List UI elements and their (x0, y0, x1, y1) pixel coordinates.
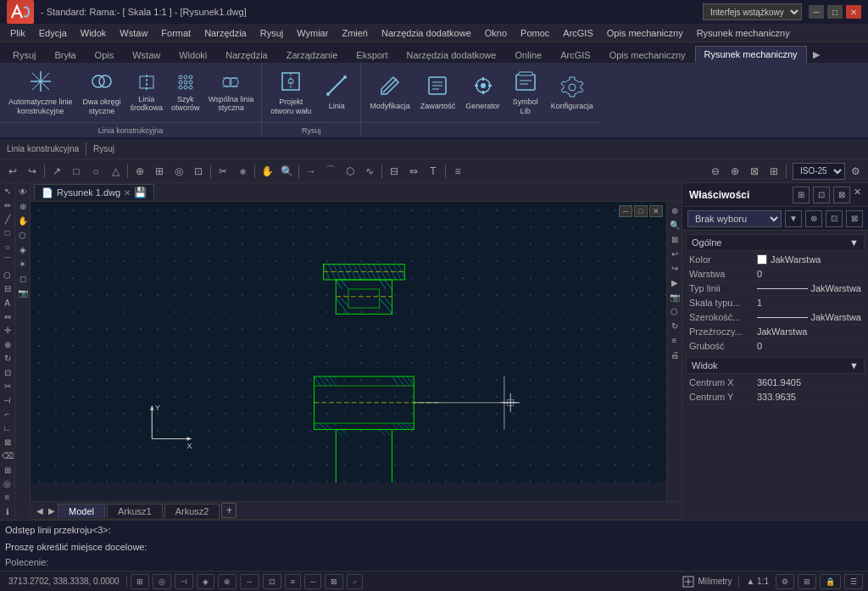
sb-btn-settings[interactable]: ⚙ (776, 574, 794, 589)
ribbon-btn-konfiguracja[interactable]: Konfiguracja (548, 71, 597, 114)
tab-arcgis[interactable]: ArcGIS (551, 47, 599, 63)
sb-btn-otrack[interactable]: ↔ (240, 574, 259, 589)
rt-layers3[interactable]: ≡ (668, 333, 682, 347)
ribbon-btn-linia-srod[interactable]: Liniaśrodkowa (128, 71, 166, 114)
menu-okno[interactable]: Okno (478, 26, 514, 40)
menu-format[interactable]: Format (154, 26, 198, 40)
iso-select[interactable]: ISO-25 (793, 163, 845, 180)
props-sel-btn-3[interactable]: ⊡ (826, 210, 843, 227)
btab-arkusz2[interactable]: Arkusz2 (164, 504, 220, 518)
menu-narzedzia-dodatkowe[interactable]: Narzędzia dodatkowe (375, 26, 478, 40)
lt2-mat[interactable]: ◻ (16, 271, 30, 285)
workspace-select[interactable]: Interfejs wstążkowy (703, 3, 802, 20)
menu-wymiar[interactable]: Wymiar (290, 26, 335, 40)
lt2-zoom[interactable]: ⊕ (16, 199, 30, 213)
menu-wstaw[interactable]: Wstaw (113, 26, 154, 40)
lt-fillet[interactable]: ⌐ (1, 408, 14, 421)
tb-btn-tri[interactable]: △ (106, 162, 125, 181)
tab-online[interactable]: Online (505, 47, 551, 63)
tab-widoki[interactable]: Widoki (170, 47, 216, 63)
lt-arc[interactable]: ⌒ (1, 254, 14, 267)
sb-btn-snap2[interactable]: ◎ (153, 574, 171, 589)
menu-pomoc[interactable]: Pomoc (514, 26, 556, 40)
sb-btn-grid2[interactable]: ⊞ (131, 574, 149, 589)
tb-btn-2[interactable]: ↪ (23, 162, 42, 181)
menu-edycja[interactable]: Edycja (32, 26, 74, 40)
tb-btn-cursor[interactable]: ↗ (47, 162, 66, 181)
sb-btn-lock[interactable]: 🔒 (820, 574, 841, 589)
ribbon-btn-zawartosc[interactable]: Zawartość (417, 71, 459, 114)
lt-chamfer[interactable]: ∟ (1, 421, 14, 434)
props-btn-3[interactable]: ⊠ (833, 187, 850, 204)
lt-scale[interactable]: ⊡ (1, 365, 14, 378)
prop-val-przeźr[interactable]: JakWarstwa (757, 326, 808, 337)
lt-hatch[interactable]: ⊟ (1, 282, 14, 295)
lt-snap[interactable]: ◎ (1, 477, 14, 490)
sb-btn-expand[interactable]: ☰ (844, 574, 863, 589)
rt-zoom2[interactable]: 🔍 (668, 218, 682, 231)
tab-narzedzia[interactable]: Narzędzia (216, 47, 277, 63)
rt-extent[interactable]: ⊠ (668, 232, 682, 246)
ribbon-btn-szyk[interactable]: Szykotworów (169, 71, 203, 114)
minimize-button[interactable]: ─ (809, 5, 824, 19)
lt-circ[interactable]: ○ (1, 241, 14, 254)
tb-btn-grid[interactable]: ⊞ (150, 162, 169, 181)
prop-val-kolor[interactable]: JakWarstwa (771, 254, 821, 265)
prop-val-warstwa[interactable]: 0 (757, 269, 762, 279)
lt2-pan2[interactable]: ✋ (16, 214, 30, 227)
tb-btn-zoom-window[interactable]: ⊞ (765, 162, 783, 181)
tb-btn-zoom-plus[interactable]: ⊕ (726, 162, 744, 181)
lt-line[interactable]: ╱ (1, 213, 14, 226)
prop-val-centrum-y[interactable]: 333.9635 (757, 392, 796, 402)
menu-rysuj[interactable]: Rysuj (253, 26, 291, 40)
tb-btn-copy[interactable]: ⎈ (233, 162, 252, 181)
tb-btn-zoom-extent[interactable]: ⊠ (745, 162, 764, 181)
lt-erase[interactable]: ⌫ (1, 449, 14, 462)
tb-btn-cross[interactable]: ⊕ (131, 162, 149, 181)
tb-btn-circ2[interactable]: ◎ (170, 162, 188, 181)
rt-back[interactable]: ↩ (668, 247, 682, 260)
lt2-render[interactable]: ◈ (16, 243, 30, 256)
lt-rotate[interactable]: ↻ (1, 352, 14, 365)
props-btn-2[interactable]: ⊡ (813, 187, 830, 204)
tb-btn-zoom[interactable]: 🔍 (277, 162, 296, 181)
rt-namedview[interactable]: ▶ (668, 276, 682, 289)
ribbon-btn-dwa-okregi[interactable]: Dwa okręgistyczne (80, 67, 125, 119)
prop-val-grubosc[interactable]: 0 (757, 341, 762, 351)
menu-rysunek-mech[interactable]: Rysunek mechaniczny (690, 26, 797, 40)
sb-btn-dyn[interactable]: ≡ (285, 574, 301, 589)
cmd-prompt-input[interactable] (52, 557, 863, 567)
props-sel-btn-1[interactable]: ▼ (785, 210, 802, 227)
lt2-light[interactable]: ☀ (16, 257, 30, 270)
props-btn-1[interactable]: ⊞ (793, 187, 810, 204)
ribbon-btn-modyfikacja[interactable]: Modyfikacja (366, 71, 414, 114)
sb-btn-ducs[interactable]: ⊡ (263, 574, 281, 589)
props-sel-btn-2[interactable]: ⊕ (805, 210, 822, 227)
ribbon-btn-linia[interactable]: Linia (318, 71, 355, 114)
menu-zmien[interactable]: Zmień (335, 26, 375, 40)
tab-wstaw[interactable]: Wstaw (123, 47, 170, 63)
tb-btn-poly[interactable]: ⬡ (341, 162, 359, 181)
lt2-cam[interactable]: 📷 (16, 286, 30, 299)
menu-narzedzia[interactable]: Narzędzia (198, 26, 253, 40)
prop-val-centrum-x[interactable]: 3601.9405 (757, 377, 801, 387)
btab-model[interactable]: Model (58, 504, 105, 518)
lt-move[interactable]: ✛ (1, 324, 14, 337)
lt-explode[interactable]: ⊠ (1, 436, 14, 449)
lt-extend[interactable]: ⊣ (1, 393, 14, 406)
prop-val-szerokosc[interactable]: JakWarstwa (811, 312, 862, 322)
lt-trim[interactable]: ✂ (1, 380, 14, 393)
tb-btn-pan[interactable]: ✋ (258, 162, 276, 181)
prop-val-typ-linii[interactable]: JakWarstwa (811, 283, 862, 293)
tab-rysuj[interactable]: Rysuj (3, 47, 46, 63)
rt-3dview[interactable]: ⬡ (668, 304, 682, 318)
props-sel-btn-4[interactable]: ⊠ (846, 210, 863, 227)
tab-zarzadzanie[interactable]: Zarządzanie (277, 47, 348, 63)
menu-opis-mech[interactable]: Opis mechaniczny (600, 26, 690, 40)
tb-btn-text[interactable]: T (424, 162, 442, 181)
tb-btn-arc[interactable]: ⌒ (321, 162, 340, 181)
tb-btn-circle[interactable]: ○ (86, 162, 105, 181)
sb-btn-ortho[interactable]: ⊣ (175, 574, 193, 589)
rt-pan3d[interactable]: ⊕ (668, 204, 682, 217)
rt-orbit[interactable]: ↻ (668, 319, 682, 332)
